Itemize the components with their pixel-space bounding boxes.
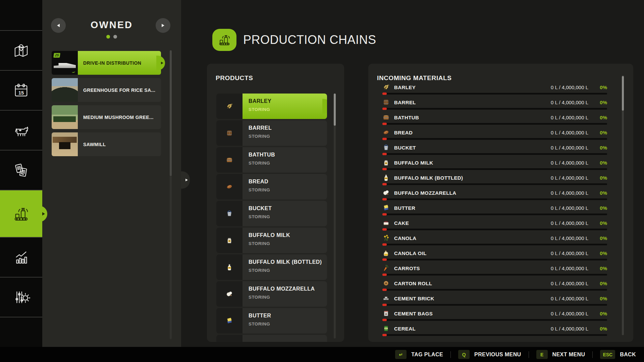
sidebar-item-settings[interactable] (0, 278, 42, 317)
material-amount: 0 L / 4,000,000 L (528, 205, 588, 211)
hint-previous-menu[interactable]: QPREVIOUS MENU (458, 350, 521, 359)
hint-next-menu[interactable]: ENEXT MENU (536, 350, 585, 359)
brand-mark (71, 70, 75, 73)
product-label-area: BUCKETSTORING (243, 201, 327, 226)
material-percent: 0% (588, 326, 607, 331)
material-amount: 0 L / 4,000,000 L (528, 311, 588, 316)
product-list-item[interactable]: BREADSTORING (216, 174, 327, 199)
key-hints-bar: ↵TAG PLACEQPREVIOUS MENUENEXT MENUESCBAC… (0, 347, 644, 362)
material-row: CANOLA OIL0 L / 4,000,000 L0% (382, 248, 607, 263)
material-row: BUFFALO MILK0 L / 4,000,000 L0% (382, 157, 607, 172)
product-icon-tile (216, 94, 243, 119)
buffalo-milk-bottled-icon (382, 174, 390, 181)
incoming-scrollbar-thumb[interactable] (622, 76, 624, 111)
product-label-area: BARRELSTORING (243, 120, 327, 146)
chevron-right-icon (162, 24, 164, 27)
product-list-item[interactable]: BUTTERSTORING (216, 308, 327, 334)
product-label-area: BATHTUBSTORING (243, 147, 327, 173)
material-line: CANOLA OIL0 L / 4,000,000 L0% (382, 248, 607, 258)
page-dot-2[interactable] (113, 35, 117, 39)
products-scrollbar-thumb[interactable] (334, 94, 336, 126)
sidebar-item-map[interactable] (0, 31, 42, 70)
material-fill-bar (382, 304, 607, 306)
product-list-item[interactable]: BUFFALO MILK (BOTTLED)STORING (216, 254, 327, 280)
hint-label: NEXT MENU (552, 352, 585, 358)
calendar-icon: 15 (11, 81, 31, 100)
owned-scrollbar-thumb[interactable] (170, 50, 172, 176)
material-row: BUTTER0 L / 4,000,000 L0% (382, 202, 607, 218)
material-name: BUFFALO MILK (BOTTLED) (394, 175, 463, 181)
buffalo-milk-icon (226, 232, 233, 249)
product-name: BARREL (249, 125, 327, 131)
product-list-item[interactable]: BUCKETSTORING (216, 201, 327, 226)
page-dot-1[interactable] (106, 35, 110, 39)
production-icon (217, 32, 232, 48)
material-fill-indicator (382, 258, 387, 261)
product-status: STORING (249, 107, 327, 112)
nav-sidebar: 15 (0, 0, 42, 347)
selected-item-bump (156, 56, 165, 70)
product-label-area: BARLEYSTORING (243, 94, 327, 119)
hint-back[interactable]: ESCBACK (600, 350, 636, 359)
building-list-item[interactable]: GREENHOUSE FOR RICE SA... (52, 78, 161, 102)
sidebar-item-production-chains[interactable] (0, 190, 42, 237)
product-label-area: BUFFALO MILK (BOTTLED)STORING (243, 254, 327, 280)
incoming-materials-heading: INCOMING MATERIALS (377, 74, 452, 82)
product-list-item-partial[interactable] (216, 335, 327, 342)
mod-badge: 25 (53, 53, 60, 58)
bread-icon (226, 178, 233, 195)
cow-icon (11, 121, 31, 140)
hint-tag-place[interactable]: ↵TAG PLACE (395, 350, 443, 359)
product-name: BUCKET (249, 205, 327, 212)
material-fill-bar (382, 259, 607, 260)
hint-label: TAG PLACE (411, 352, 443, 358)
material-name: CAKE (394, 220, 409, 226)
material-amount: 0 L / 4,000,000 L (528, 130, 588, 135)
material-fill-indicator (382, 319, 387, 321)
product-list-item[interactable]: BARLEYSTORING (216, 94, 327, 119)
material-percent: 0% (588, 175, 607, 181)
product-list-item[interactable]: BARRELSTORING (216, 120, 327, 146)
product-list-item[interactable]: BUFFALO MILKSTORING (216, 228, 327, 253)
page-title: PRODUCTION CHAINS (243, 33, 376, 47)
material-fill-indicator (382, 198, 387, 200)
material-line: BUFFALO MILK0 L / 4,000,000 L0% (382, 157, 607, 168)
material-percent: 0% (588, 84, 607, 90)
buffalo-milk-bottled-icon (226, 259, 233, 276)
barrel-icon (382, 99, 390, 106)
owned-next-page-button[interactable] (156, 18, 170, 33)
material-line: CAKE0 L / 4,000,000 L0% (382, 218, 607, 228)
material-row: CEREAL0 L / 4,000,000 L0% (382, 323, 607, 338)
sidebar-item-animals[interactable] (0, 111, 42, 150)
building-list-item[interactable]: MEDIUM MUSHROOM GREE... (52, 105, 161, 129)
cake-icon (382, 219, 390, 227)
building-list-item[interactable]: 25DRIVE-IN DISTRIBUTION (52, 51, 161, 75)
material-percent: 0% (588, 205, 607, 211)
bathtub-icon (226, 152, 233, 168)
material-amount: 0 L / 4,000,000 L (528, 281, 588, 286)
building-thumbnail-greenhouse (52, 78, 78, 102)
material-line: BATHTUB0 L / 4,000,000 L0% (382, 112, 607, 123)
enter-key: ↵ (395, 350, 407, 359)
product-list-item[interactable]: BATHTUBSTORING (216, 147, 327, 173)
material-line: BREAD0 L / 4,000,000 L0% (382, 127, 607, 138)
material-line: CARROTS0 L / 4,000,000 L0% (382, 263, 607, 274)
owned-scrollbar[interactable] (170, 50, 172, 339)
products-scrollbar[interactable] (334, 94, 336, 339)
material-percent: 0% (588, 115, 607, 120)
incoming-scrollbar[interactable] (622, 75, 624, 335)
sidebar-item-statistics[interactable] (0, 238, 42, 277)
material-row: BARREL0 L / 4,000,000 L0% (382, 97, 607, 112)
building-list: 25DRIVE-IN DISTRIBUTIONGREENHOUSE FOR RI… (52, 51, 161, 160)
sidebar-item-contracts[interactable] (0, 150, 42, 190)
owned-collapse-handle[interactable] (181, 171, 190, 189)
production-chains-icon (212, 29, 236, 51)
material-fill-bar (382, 168, 607, 170)
material-row: CEMENT BRICK0 L / 4,000,000 L0% (382, 293, 607, 308)
product-list-item[interactable]: BUFFALO MOZZARELLASTORING (216, 281, 327, 307)
sidebar-item-calendar[interactable]: 15 (0, 71, 42, 110)
material-fill-indicator (382, 228, 387, 231)
building-list-item[interactable]: SAWMILL (52, 132, 161, 156)
material-percent: 0% (588, 296, 607, 301)
material-fill-indicator (382, 243, 387, 246)
